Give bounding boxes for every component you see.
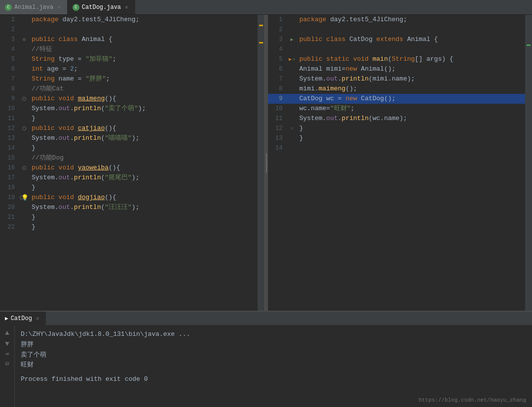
code-line: 8 //功能Cat (0, 84, 258, 94)
tab-catdog-label: CatDog.java (82, 4, 121, 11)
code-line: 10 wc.name="旺财"; (268, 104, 526, 114)
code-line: 1 package day2.test5_4JiCheng; (268, 15, 526, 25)
code-line: 9 public void maimeng(){ (0, 94, 258, 104)
bottom-tab-label: CatDog (11, 315, 32, 322)
csdn-url: https://blog.csdn.net/haoyu_zhang (418, 397, 526, 403)
animal-tab-icon: C (5, 4, 12, 11)
tab-catdog-close[interactable]: ✕ (123, 3, 130, 11)
code-line: 8 mimi.maimeng(); (268, 84, 526, 94)
code-line: 15 //功能Dog (0, 153, 258, 163)
editor-splitter[interactable] (265, 15, 268, 311)
bottom-tab-close[interactable]: ✕ (35, 315, 41, 322)
code-line: 17 System.out.println("摇尾巴"); (0, 173, 258, 183)
code-line: 12 ○ } (268, 123, 526, 133)
code-line: 4 //特征 (0, 44, 258, 54)
code-line-highlighted: 9 CatDog wc = new CatDog(); (268, 94, 526, 104)
code-line: 10 System.out.println("卖了个萌"); (0, 104, 258, 114)
terminal-output-line-3: 旺财 (21, 360, 526, 370)
terminal-sidebar: ▲ ▼ ⇌ ⊟ (0, 326, 15, 407)
terminal-up-btn[interactable]: ▲ (5, 329, 9, 336)
code-line: 11 } (0, 114, 258, 123)
terminal-cmd-line: D:\ZHY\JavaJdk\jdk1.8.0_131\bin\java.exe… (21, 329, 526, 340)
code-line: 7 System.out.println(mimi.name); (268, 74, 526, 84)
code-line: 19 💡 public void dogjiao(){ (0, 193, 258, 203)
code-line: 2 (268, 25, 526, 35)
code-line: 7 String name = "胖胖"; (0, 74, 258, 84)
code-line: 20 System.out.println("汪汪汪"); (0, 203, 258, 212)
bottom-tab-catdog[interactable]: ▶ CatDog ✕ (0, 312, 46, 325)
editor-pane-catdog: 1 package day2.test5_4JiCheng; 2 3 ▶ pub… (268, 15, 532, 311)
code-line: 13 } (268, 133, 526, 143)
editor-pane-animal: 1 package day2.test5_4JiCheng; 2 3 ⊙ pub… (0, 15, 265, 311)
code-line: 6 Animal mimi=new Animal(); (268, 64, 526, 74)
code-line: 2 (0, 25, 258, 35)
tab-animal-label: Animal.java (14, 4, 53, 11)
code-line: 1 package day2.test5_4JiCheng; (0, 15, 258, 25)
tab-animal-close[interactable]: ✕ (56, 3, 62, 11)
bottom-tab-bar: ▶ CatDog ✕ (0, 312, 532, 326)
run-icon: ▶ (5, 315, 8, 322)
code-line: 11 System.out.println(wc.name); (268, 114, 526, 123)
tab-catdog[interactable]: C CatDog.java ✕ (68, 0, 135, 14)
code-line: 21 } (0, 212, 258, 222)
code-line: 14 (268, 143, 526, 153)
code-area-animal[interactable]: 1 package day2.test5_4JiCheng; 2 3 ⊙ pub… (0, 15, 258, 311)
tab-bar: C Animal.java ✕ C CatDog.java ✕ (0, 0, 532, 15)
terminal-filter-btn[interactable]: ⊟ (5, 361, 9, 367)
terminal-wrap-btn[interactable]: ⇌ (5, 351, 9, 357)
code-line: 5 String type = "加菲猫"; (0, 54, 258, 64)
code-area-catdog[interactable]: 1 package day2.test5_4JiCheng; 2 3 ▶ pub… (268, 15, 526, 311)
editors-container: 1 package day2.test5_4JiCheng; 2 3 ⊙ pub… (0, 15, 532, 311)
code-line: 18 } (0, 183, 258, 193)
terminal-down-btn[interactable]: ▼ (5, 340, 9, 347)
code-line: 5 ▶ ○ public static void main(String[] a… (268, 54, 526, 64)
code-line: 6 int age = 2; (0, 64, 258, 74)
code-line: 16 public void yaoweiba(){ (0, 163, 258, 173)
catdog-tab-icon: C (73, 4, 79, 11)
code-line: 3 ⊙ public class Animal { (0, 35, 258, 44)
code-line: 12 public void catjiao(){ (0, 123, 258, 133)
scroll-indicator-left (258, 15, 265, 311)
code-line: 22 } (0, 222, 258, 232)
terminal-output-line-2: 卖了个萌 (21, 350, 526, 361)
terminal-finish-line: Process finished with exit code 0 (21, 374, 526, 385)
code-line: 3 ▶ public class CatDog extends Animal { (268, 35, 526, 44)
scroll-indicator-right (525, 15, 532, 311)
bottom-panel: ▶ CatDog ✕ ▲ ▼ ⇌ ⊟ D:\ZHY\JavaJdk\jdk1.8… (0, 311, 532, 407)
code-line: 14 } (0, 143, 258, 153)
terminal-content[interactable]: D:\ZHY\JavaJdk\jdk1.8.0_131\bin\java.exe… (15, 326, 532, 407)
terminal-area: ▲ ▼ ⇌ ⊟ D:\ZHY\JavaJdk\jdk1.8.0_131\bin\… (0, 326, 532, 407)
code-line: 4 (268, 44, 526, 54)
code-line: 13 System.out.println("喵喵喵"); (0, 133, 258, 143)
terminal-output-line-1: 胖胖 (21, 340, 526, 350)
tab-animal[interactable]: C Animal.java ✕ (0, 0, 68, 14)
